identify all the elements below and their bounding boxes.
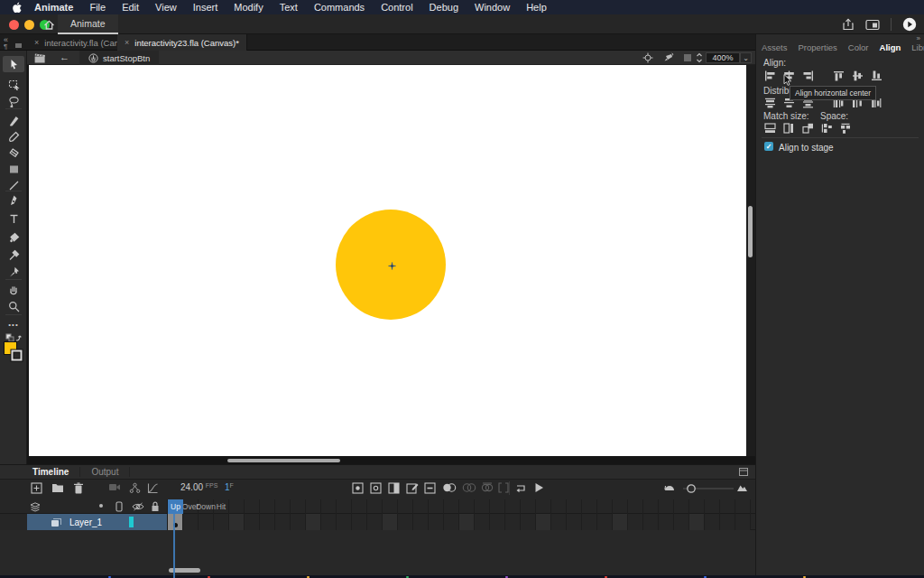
ruler-cell[interactable] bbox=[735, 499, 751, 514]
frame-cell[interactable] bbox=[567, 514, 582, 530]
stage[interactable] bbox=[29, 65, 746, 456]
onion-skin-button[interactable] bbox=[442, 482, 457, 493]
ruler-cell[interactable] bbox=[413, 499, 429, 514]
menu-debug[interactable]: Debug bbox=[421, 0, 467, 14]
paint-bucket-tool-button[interactable] bbox=[0, 229, 27, 246]
frame-cell[interactable] bbox=[735, 514, 751, 530]
timeline-zoom-slider[interactable] bbox=[683, 484, 734, 493]
new-layer-button[interactable] bbox=[31, 482, 42, 494]
frame-cell[interactable] bbox=[337, 514, 352, 530]
menu-text[interactable]: Text bbox=[272, 0, 306, 14]
classic-brush-tool-button[interactable] bbox=[0, 128, 27, 144]
ruler-cell[interactable] bbox=[352, 499, 367, 514]
frame-cell[interactable] bbox=[643, 514, 659, 530]
ruler-cell[interactable] bbox=[674, 499, 689, 514]
ruler-cell[interactable] bbox=[521, 499, 536, 514]
frame-cell[interactable] bbox=[199, 514, 214, 530]
new-folder-button[interactable] bbox=[51, 482, 64, 493]
ruler-cell[interactable] bbox=[643, 499, 659, 514]
frame-cell[interactable] bbox=[398, 514, 413, 530]
timeline-zoom-fit-button[interactable] bbox=[736, 482, 748, 492]
align-top-edge-button[interactable] bbox=[831, 69, 846, 82]
timeline-panel-menu-icon[interactable] bbox=[739, 468, 748, 476]
frame-cell[interactable] bbox=[260, 514, 275, 530]
ruler-cell[interactable] bbox=[505, 499, 521, 514]
zoom-tool-button[interactable] bbox=[0, 298, 27, 314]
outline-column-icon[interactable] bbox=[116, 501, 123, 512]
layer-name-label[interactable]: Layer_1 bbox=[69, 517, 102, 527]
canvas-pasteboard[interactable] bbox=[27, 65, 755, 464]
frame-cell[interactable] bbox=[613, 514, 628, 530]
tab-output[interactable]: Output bbox=[79, 467, 130, 477]
apple-menu-icon[interactable] bbox=[13, 2, 23, 14]
frame-cell[interactable] bbox=[582, 514, 597, 530]
loop-playback-button[interactable] bbox=[514, 482, 527, 494]
align-to-stage-checkbox[interactable]: ✓ bbox=[764, 142, 773, 151]
zoom-level-input[interactable]: 400% bbox=[706, 52, 740, 63]
frame-cell[interactable] bbox=[214, 514, 229, 530]
frame-cell[interactable] bbox=[720, 514, 735, 530]
frame-cell[interactable] bbox=[705, 514, 720, 530]
frame-cell[interactable] bbox=[536, 514, 551, 530]
asset-warp-tool-button[interactable] bbox=[0, 264, 27, 280]
ruler-cell[interactable] bbox=[475, 499, 490, 514]
menu-help[interactable]: Help bbox=[518, 0, 555, 14]
close-window-button[interactable] bbox=[9, 20, 19, 30]
hand-tool-button[interactable] bbox=[0, 282, 27, 298]
align-bottom-edge-button[interactable] bbox=[869, 69, 884, 82]
frame-cell[interactable] bbox=[183, 514, 199, 530]
lock-column-icon[interactable] bbox=[151, 501, 160, 512]
free-transform-tool-button[interactable] bbox=[0, 76, 27, 92]
frame-cell[interactable] bbox=[597, 514, 613, 530]
menu-window[interactable]: Window bbox=[467, 0, 518, 14]
ruler-cell[interactable] bbox=[383, 499, 398, 514]
ruler-cell[interactable] bbox=[444, 499, 459, 514]
menu-view[interactable]: View bbox=[147, 0, 185, 14]
distribute-top-edge-button[interactable] bbox=[762, 96, 778, 109]
space-evenly-horizontally-button[interactable] bbox=[838, 121, 854, 135]
ruler-cell[interactable]: Down bbox=[199, 499, 214, 514]
tab-home-animate[interactable]: Animate bbox=[58, 14, 118, 34]
ruler-cell[interactable] bbox=[398, 499, 413, 514]
frame-cell[interactable] bbox=[306, 514, 321, 530]
rotate-canvas-icon[interactable] bbox=[662, 52, 674, 63]
doc-tab-interactivity23-active[interactable]: × interactivity23.fla (Canvas)* bbox=[117, 34, 247, 51]
insert-keyframe-button[interactable] bbox=[352, 482, 364, 494]
home-icon[interactable] bbox=[43, 19, 55, 31]
ruler-cell[interactable] bbox=[490, 499, 505, 514]
ruler-cell[interactable] bbox=[229, 499, 245, 514]
frame-cell[interactable] bbox=[291, 514, 306, 530]
ruler-cell[interactable] bbox=[429, 499, 444, 514]
frame-cell[interactable] bbox=[367, 514, 383, 530]
tab-library[interactable]: Library bbox=[906, 42, 924, 52]
fluid-brush-tool-button[interactable] bbox=[0, 112, 27, 128]
frame-cell[interactable] bbox=[659, 514, 674, 530]
frame-cell[interactable] bbox=[352, 514, 367, 530]
layer-parenting-icon[interactable] bbox=[129, 482, 141, 494]
rectangle-tool-button[interactable] bbox=[0, 161, 27, 177]
ruler-cell[interactable] bbox=[613, 499, 628, 514]
publish-preview-icon[interactable] bbox=[865, 19, 880, 31]
ruler-cell[interactable] bbox=[367, 499, 383, 514]
ruler-cell[interactable] bbox=[306, 499, 321, 514]
highlight-column-icon[interactable] bbox=[99, 504, 103, 508]
menu-modify[interactable]: Modify bbox=[226, 0, 271, 14]
ruler-cell[interactable] bbox=[459, 499, 475, 514]
frame-cell[interactable] bbox=[275, 514, 291, 530]
insert-blank-keyframe-button[interactable] bbox=[370, 482, 382, 494]
zoom-stepper[interactable] bbox=[696, 51, 703, 64]
frame-ruler[interactable]: OverDownHit bbox=[168, 499, 755, 514]
align-left-edge-button[interactable] bbox=[762, 69, 778, 82]
lasso-tool-button[interactable] bbox=[0, 93, 27, 109]
ruler-cell[interactable] bbox=[689, 499, 705, 514]
tab-assets[interactable]: Assets bbox=[756, 42, 793, 52]
edit-multiple-frames-button[interactable] bbox=[481, 482, 494, 493]
onion-skin-outlines-button[interactable] bbox=[462, 482, 476, 493]
ruler-cell[interactable]: Hit bbox=[214, 499, 229, 514]
ruler-cell[interactable] bbox=[720, 499, 735, 514]
ruler-cell[interactable] bbox=[705, 499, 720, 514]
ruler-cell[interactable] bbox=[597, 499, 613, 514]
menu-control[interactable]: Control bbox=[373, 0, 420, 14]
insert-frame-button[interactable] bbox=[388, 482, 400, 494]
current-symbol-breadcrumb[interactable]: startStopBtn bbox=[79, 51, 159, 65]
